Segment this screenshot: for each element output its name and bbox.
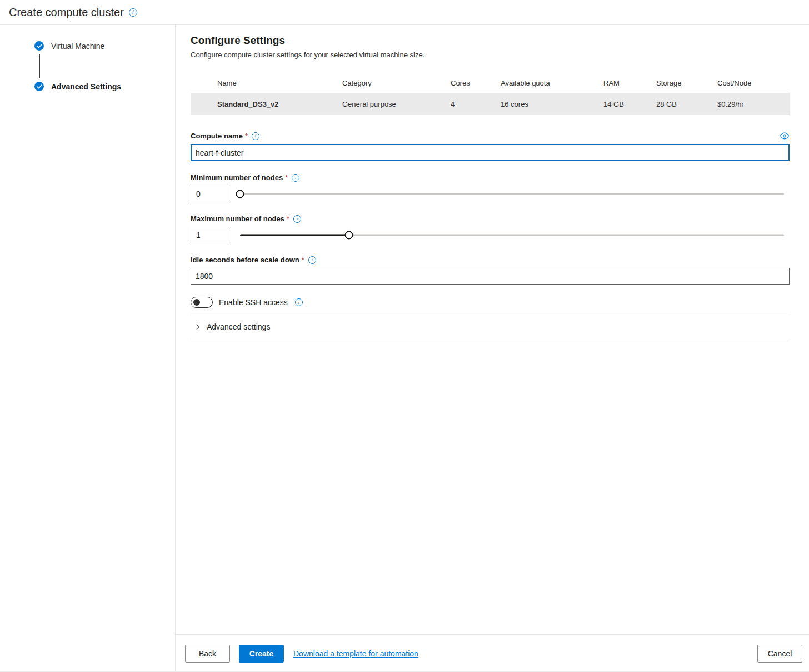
vm-ram-cell: 14 GB	[603, 93, 656, 115]
step-label: Advanced Settings	[51, 82, 121, 91]
page-title-info-icon[interactable]: i	[129, 8, 137, 17]
max-nodes-input[interactable]	[191, 227, 231, 243]
page-header: Create compute cluster i	[0, 0, 809, 25]
compute-name-label: Compute name	[191, 132, 243, 140]
wizard-sidebar: Virtual Machine Advanced Settings	[0, 25, 176, 672]
min-nodes-input[interactable]	[191, 186, 231, 202]
vm-cost-cell: $0.29/hr	[717, 93, 790, 115]
compute-name-input[interactable]: heart-f-cluster	[191, 144, 790, 161]
idle-seconds-input[interactable]	[191, 268, 790, 285]
section-title: Configure Settings	[191, 34, 790, 47]
create-compute-cluster-page: Create compute cluster i Virtual Machine…	[0, 0, 809, 672]
page-title: Create compute cluster	[9, 6, 124, 19]
required-mark: *	[245, 132, 248, 140]
slider-fill	[240, 235, 349, 236]
vm-cores-cell: 4	[451, 93, 501, 115]
chevron-right-icon	[194, 323, 201, 330]
section-subtitle: Configure compute cluster settings for y…	[191, 51, 790, 59]
ssh-toggle-knob	[193, 299, 200, 306]
advanced-settings-expander[interactable]: Advanced settings	[191, 315, 790, 339]
compute-name-field: Compute name * i heart-f-cluster	[191, 132, 790, 161]
vm-storage-cell: 28 GB	[656, 93, 717, 115]
col-header-storage: Storage	[656, 73, 717, 93]
max-nodes-field: Maximum number of nodes * i	[191, 215, 790, 243]
required-mark: *	[287, 215, 289, 223]
vm-size-table: Name Category Cores Available quota RAM …	[191, 73, 790, 115]
idle-seconds-info-icon[interactable]: i	[308, 256, 316, 264]
vm-table-selected-row[interactable]: Standard_DS3_v2 General purpose 4 16 cor…	[191, 93, 790, 115]
max-nodes-label: Maximum number of nodes	[191, 215, 284, 223]
required-mark: *	[285, 173, 288, 182]
slider-track	[240, 193, 784, 195]
max-nodes-info-icon[interactable]: i	[293, 215, 301, 223]
col-header-cost-node: Cost/Node	[717, 73, 790, 93]
advanced-settings-label: Advanced settings	[207, 322, 270, 331]
text-cursor	[244, 148, 244, 157]
download-template-link[interactable]: Download a template for automation	[293, 649, 418, 658]
min-nodes-field: Minimum number of nodes * i	[191, 173, 790, 202]
min-nodes-slider-handle[interactable]	[236, 190, 244, 198]
idle-seconds-field: Idle seconds before scale down * i	[191, 256, 790, 285]
divider	[191, 339, 790, 339]
vm-quota-cell: 16 cores	[501, 93, 603, 115]
min-nodes-label: Minimum number of nodes	[191, 173, 283, 182]
ssh-info-icon[interactable]: i	[295, 298, 303, 306]
ssh-toggle-label: Enable SSH access	[219, 298, 288, 307]
idle-seconds-label: Idle seconds before scale down	[191, 256, 299, 264]
required-mark: *	[302, 256, 304, 264]
step-complete-check-icon	[34, 41, 44, 51]
col-header-category: Category	[342, 73, 451, 93]
step-advanced-settings[interactable]: Advanced Settings	[34, 82, 175, 91]
col-header-name: Name	[191, 73, 342, 93]
create-button[interactable]: Create	[239, 645, 284, 663]
max-nodes-slider-handle[interactable]	[344, 231, 353, 240]
max-nodes-slider[interactable]	[240, 227, 784, 243]
col-header-cores: Cores	[451, 73, 501, 93]
col-header-available-quota: Available quota	[501, 73, 603, 93]
col-header-ram: RAM	[603, 73, 656, 93]
main-panel: Configure Settings Configure compute clu…	[176, 25, 809, 672]
eye-icon[interactable]	[780, 132, 790, 140]
vm-category-cell: General purpose	[342, 93, 451, 115]
step-virtual-machine[interactable]: Virtual Machine	[34, 41, 175, 51]
compute-name-value: heart-f-cluster	[196, 148, 243, 157]
vm-name-cell: Standard_DS3_v2	[191, 93, 342, 115]
step-connector	[39, 54, 40, 78]
min-nodes-info-icon[interactable]: i	[292, 174, 299, 182]
compute-name-info-icon[interactable]: i	[252, 132, 259, 140]
min-nodes-slider[interactable]	[240, 186, 784, 202]
step-complete-check-icon	[34, 82, 44, 91]
ssh-toggle[interactable]	[191, 297, 213, 308]
footer-action-bar: Back Create Download a template for auto…	[176, 634, 809, 672]
step-label: Virtual Machine	[51, 42, 104, 51]
vm-table-header-row: Name Category Cores Available quota RAM …	[191, 73, 790, 93]
ssh-toggle-row: Enable SSH access i	[191, 297, 790, 308]
back-button[interactable]: Back	[185, 645, 230, 663]
cancel-button[interactable]: Cancel	[757, 645, 802, 663]
